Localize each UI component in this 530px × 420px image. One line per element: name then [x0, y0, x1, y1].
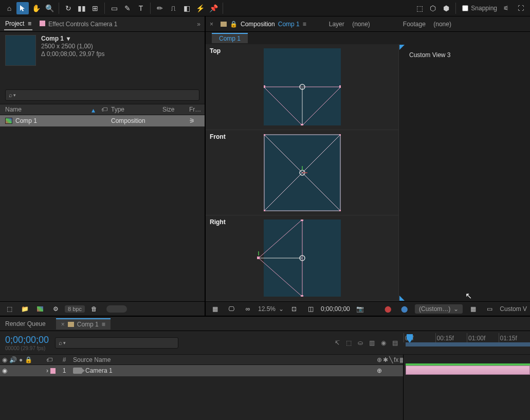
label-col-icon[interactable]: 🏷: [46, 356, 52, 363]
timeline-track-area[interactable]: 00f 00:15f 01:00f 01:15f: [403, 355, 530, 420]
viewport-front[interactable]: Front: [206, 130, 398, 216]
project-search[interactable]: ⌕▾: [5, 89, 199, 101]
project-column-header[interactable]: Name▴ 🏷 Type Size Fr…: [0, 104, 205, 115]
camera-tool-icon[interactable]: ▮▮: [76, 2, 88, 14]
comp-mini-flow-icon[interactable]: ↸: [335, 339, 340, 346]
comp-resolution: 2500 x 2500 (1,00): [41, 43, 104, 50]
svg-line-20: [259, 220, 302, 258]
project-thumbnail[interactable]: [5, 35, 36, 66]
snapping-checkbox[interactable]: [462, 5, 468, 11]
snap-opt-icon[interactable]: ⚟: [500, 2, 512, 14]
new-folder-icon[interactable]: 📁: [19, 303, 31, 315]
text-tool-icon[interactable]: T: [135, 2, 147, 14]
puppet-tool-icon[interactable]: 📌: [207, 2, 220, 14]
svg-line-21: [259, 258, 302, 297]
snap-expand-icon[interactable]: ⛶: [515, 2, 527, 14]
viewport-right[interactable]: Right: [206, 215, 398, 301]
zoom-select[interactable]: 12.5%⌄: [258, 305, 284, 313]
roto-tool-icon[interactable]: ⚡: [194, 2, 206, 14]
orbit-tool-icon[interactable]: ↻: [62, 2, 75, 14]
video-col-icon[interactable]: ◉: [2, 356, 7, 363]
svg-rect-16: [339, 134, 341, 136]
viewer-timecode[interactable]: 0;00;00;00: [321, 305, 350, 313]
comp-subtab[interactable]: Comp 1: [212, 33, 248, 43]
view-layout-select[interactable]: (Custom…)⌄: [415, 304, 463, 314]
snapping-label[interactable]: Snapping: [471, 5, 497, 12]
home-icon[interactable]: ⌂: [3, 2, 15, 14]
search-toggle[interactable]: [106, 305, 127, 313]
pan-behind-tool-icon[interactable]: ⊞: [89, 2, 101, 14]
work-area-bar[interactable]: [406, 342, 530, 346]
selection-tool-icon[interactable]: [16, 2, 29, 14]
snapshot-icon[interactable]: 📷: [354, 303, 367, 315]
motion-blur-icon[interactable]: ◉: [381, 339, 386, 346]
zoom-tool-icon[interactable]: 🔍: [43, 2, 56, 14]
axis-local-icon[interactable]: ⬚: [413, 2, 426, 14]
pen-tool-icon[interactable]: ✎: [121, 2, 134, 14]
playhead[interactable]: [407, 334, 413, 339]
channel-icon[interactable]: ⬤: [382, 303, 394, 315]
frame-blend-icon[interactable]: ▥: [369, 339, 375, 346]
interpret-footage-icon[interactable]: ⬚: [3, 303, 15, 315]
comp-title[interactable]: Comp 1▾: [41, 35, 104, 42]
timeline-search[interactable]: ⌕▾: [55, 337, 178, 349]
tab-composition[interactable]: 🔒 Composition Comp 1 ≡: [221, 21, 306, 28]
axis-view-icon[interactable]: ⬢: [440, 2, 452, 14]
timeline-timecode[interactable]: 0;00;00;00: [5, 335, 49, 345]
bit-depth[interactable]: 8 bpc: [65, 305, 85, 313]
main-toolbar: ⌂ ✋ 🔍 ↻ ▮▮ ⊞ ▭ ✎ T ✏ ⎍ ◧ ⚡ 📌 ⬚ ⬡ ⬢ Snapp…: [0, 0, 530, 16]
tab-footage[interactable]: Footage (none): [403, 21, 451, 28]
twirl-icon[interactable]: ›: [46, 367, 48, 374]
svg-rect-6: [264, 85, 265, 88]
camera-view-select[interactable]: Custom V: [500, 305, 527, 313]
svg-rect-7: [339, 85, 341, 88]
project-settings-icon[interactable]: ⚙: [49, 303, 62, 315]
project-panel: Project ≡ Effect Controls Camera 1 » Com…: [0, 16, 206, 316]
mask-icon[interactable]: ∞: [242, 303, 254, 315]
3d-view-icon[interactable]: ▦: [467, 303, 479, 315]
always-preview-icon[interactable]: ▦: [209, 303, 221, 315]
dropdown-icon[interactable]: ▾: [67, 35, 70, 42]
graph-editor-icon[interactable]: ▤: [392, 339, 398, 346]
panel-overflow-icon[interactable]: »: [197, 21, 200, 28]
viewport-top[interactable]: Top: [206, 44, 398, 130]
resolution-icon[interactable]: ⊡: [288, 303, 300, 315]
lock-col-icon[interactable]: 🔒: [25, 356, 32, 363]
solo-col-icon[interactable]: ●: [19, 356, 23, 363]
shy-icon[interactable]: ⛀: [358, 339, 363, 346]
tab-render-queue[interactable]: Render Queue: [5, 320, 46, 327]
layer-label-color[interactable]: [50, 368, 56, 374]
tab-layer[interactable]: Layer (none): [329, 21, 370, 28]
svg-rect-18: [339, 210, 341, 211]
layer-switch[interactable]: ⊕: [377, 367, 382, 374]
layer-duration-bar[interactable]: [406, 366, 530, 375]
tag-icon[interactable]: 🏷: [101, 106, 107, 113]
composition-icon: [5, 118, 12, 124]
pixel-aspect-icon[interactable]: ▭: [483, 303, 496, 315]
audio-col-icon[interactable]: 🔊: [9, 356, 17, 363]
trash-icon[interactable]: 🗑: [88, 303, 100, 315]
video-toggle[interactable]: ◉: [2, 367, 7, 374]
sort-arrow-icon[interactable]: ▴: [92, 106, 95, 114]
tab-project[interactable]: Project ≡: [4, 18, 32, 30]
project-item-row[interactable]: Comp 1 Composition ⚞: [0, 115, 205, 126]
brush-tool-icon[interactable]: ✏: [154, 2, 166, 14]
new-comp-icon[interactable]: [34, 303, 46, 315]
svg-rect-17: [264, 210, 265, 211]
svg-rect-15: [264, 134, 265, 136]
transparency-icon[interactable]: 🖵: [225, 303, 237, 315]
eraser-tool-icon[interactable]: ◧: [180, 2, 193, 14]
svg-rect-27: [301, 295, 303, 297]
clone-tool-icon[interactable]: ⎍: [167, 2, 179, 14]
flowchart-icon[interactable]: ⚞: [189, 117, 195, 124]
tab-effect-controls[interactable]: Effect Controls Camera 1: [39, 19, 119, 30]
tab-timeline-comp[interactable]: ×Comp 1≡: [56, 318, 111, 330]
viewport-custom[interactable]: Custom View 3: [399, 44, 530, 301]
hand-tool-icon[interactable]: ✋: [30, 2, 42, 14]
rect-tool-icon[interactable]: ▭: [108, 2, 120, 14]
axis-world-icon[interactable]: ⬡: [427, 2, 439, 14]
lock-icon[interactable]: 🔒: [230, 21, 237, 28]
draft3d-icon[interactable]: ⬚: [346, 339, 352, 346]
svg-line-1: [264, 87, 302, 125]
region-icon[interactable]: ◫: [304, 303, 317, 315]
